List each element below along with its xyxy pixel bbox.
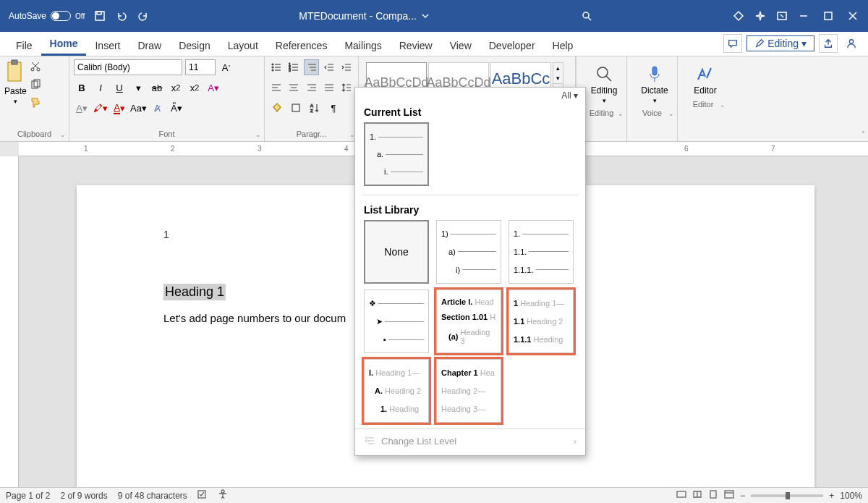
document-title[interactable]: MTEDocument - Compa... (154, 10, 576, 22)
bold-button[interactable]: B (74, 80, 90, 96)
show-marks-button[interactable]: ¶ (326, 100, 341, 116)
tab-view[interactable]: View (441, 35, 480, 56)
clear-formatting-button[interactable]: A̷ (150, 100, 166, 116)
redo-button[interactable] (132, 5, 154, 27)
strike-button[interactable]: ab (149, 80, 165, 96)
group-font: A˄ B I U ▾ ab x2 x2 A▾ A▾ 🖍▾ A▾ Aa▾ A̷ A… (69, 56, 265, 141)
justify-button[interactable] (322, 80, 336, 96)
account-button[interactable] (842, 34, 861, 53)
read-mode-button[interactable] (692, 489, 702, 502)
status-page[interactable]: Page 1 of 2 (6, 491, 50, 501)
font-name-select[interactable] (74, 59, 182, 75)
copy-button[interactable] (30, 79, 41, 93)
tab-home[interactable]: Home (41, 33, 87, 56)
focus-mode-button[interactable] (676, 489, 686, 502)
line-spacing-button[interactable] (339, 80, 354, 96)
comments-button[interactable] (723, 34, 742, 53)
list-tile-roman[interactable]: I.Heading 1— A.Heading 2 1.Heading (364, 359, 429, 423)
spellcheck-icon[interactable] (197, 489, 208, 502)
heading-text[interactable]: Heading 1 (163, 284, 226, 300)
current-list-tile[interactable]: 1. a. i. (364, 122, 429, 186)
maximize-button[interactable] (817, 5, 839, 27)
share-button[interactable] (819, 34, 838, 53)
list-tile-decimal[interactable]: 1. 1.1. 1.1.1. (509, 220, 574, 284)
paste-button[interactable] (5, 59, 25, 85)
align-left-button[interactable] (269, 80, 284, 96)
borders-button[interactable] (288, 100, 304, 116)
tab-references[interactable]: References (267, 35, 336, 56)
bullets-button[interactable] (269, 59, 284, 75)
zoom-slider[interactable] (751, 494, 823, 497)
decrease-indent-button[interactable] (322, 59, 336, 75)
grow-font-button[interactable]: A˄ (218, 59, 234, 75)
diamond-icon[interactable] (728, 5, 749, 27)
l2g: Heading 2 (385, 386, 421, 395)
font-size-select[interactable] (185, 59, 216, 75)
collapse-ribbon-button[interactable]: ˅ (861, 130, 865, 138)
align-right-button[interactable] (304, 80, 318, 96)
cut-button[interactable] (30, 61, 41, 75)
font-color-2-button[interactable]: A▾ (111, 100, 127, 116)
list-tile-paren[interactable]: 1) a) i) (436, 220, 501, 284)
superscript-button[interactable]: x2 (187, 80, 203, 96)
highlight-button[interactable]: 🖍▾ (93, 100, 109, 116)
tab-mailings[interactable]: Mailings (336, 35, 390, 56)
status-words[interactable]: 2 of 9 words (60, 491, 107, 501)
underline-button[interactable]: U (111, 80, 127, 96)
align-center-button[interactable] (286, 80, 301, 96)
tab-help[interactable]: Help (544, 35, 582, 56)
all-filter-button[interactable]: All ▾ (561, 90, 578, 101)
list-tile-chapter[interactable]: Chapter 1Hea Heading 2— Heading 3— (436, 359, 501, 423)
font-color-button[interactable]: A▾ (74, 100, 90, 116)
l3g: Heading (533, 335, 563, 344)
autosave-toggle[interactable]: AutoSave Off (4, 11, 89, 21)
close-button[interactable] (842, 5, 864, 27)
zoom-level[interactable]: 100% (840, 491, 862, 501)
list-tile-bullets[interactable]: ❖ ➤ ▪ (364, 289, 429, 353)
shading-button[interactable] (269, 100, 285, 116)
tab-layout[interactable]: Layout (219, 35, 267, 56)
chevron-down-icon[interactable]: ▾ (14, 98, 17, 105)
tab-design[interactable]: Design (170, 35, 219, 56)
format-painter-button[interactable] (30, 97, 41, 111)
tab-insert[interactable]: Insert (86, 35, 129, 56)
sort-button[interactable]: AZ (307, 100, 323, 116)
multilevel-list-button[interactable] (304, 59, 318, 75)
web-layout-button[interactable] (724, 489, 734, 502)
tab-review[interactable]: Review (391, 35, 441, 56)
svg-rect-6 (8, 62, 21, 81)
l2g: H (490, 313, 495, 321)
accessibility-icon[interactable] (218, 489, 228, 502)
minimize-button[interactable] (793, 5, 814, 27)
tab-developer[interactable]: Developer (480, 35, 544, 56)
styles-scroll-up[interactable]: ▴ (553, 63, 563, 73)
search-button[interactable] (576, 5, 597, 27)
list-none-tile[interactable]: None (364, 220, 429, 284)
find-button[interactable]: Editing ▾ (581, 59, 627, 109)
styles-scroll-down[interactable]: ▾ (553, 73, 563, 83)
subscript-button[interactable]: x2 (168, 80, 184, 96)
vertical-ruler[interactable] (0, 156, 19, 487)
tab-draw[interactable]: Draw (129, 35, 170, 56)
undo-button[interactable] (111, 5, 132, 27)
chevron-down-icon[interactable]: ▾ (130, 80, 146, 96)
phonetic-button[interactable]: A̎▾ (169, 100, 184, 116)
status-chars[interactable]: 9 of 48 characters (118, 491, 187, 501)
text-effects-button[interactable]: A▾ (205, 80, 221, 96)
print-layout-button[interactable] (708, 489, 718, 502)
zoom-in-button[interactable]: + (829, 491, 834, 501)
editing-mode-button[interactable]: Editing ▾ (746, 35, 814, 51)
zoom-out-button[interactable]: − (740, 491, 745, 501)
increase-indent-button[interactable] (339, 59, 354, 75)
editor-button[interactable]: Editor (682, 59, 728, 100)
tab-file[interactable]: File (7, 35, 41, 56)
ribbon-display-icon[interactable] (771, 5, 793, 27)
sparkle-icon[interactable] (749, 5, 771, 27)
save-button[interactable] (89, 5, 111, 27)
list-tile-article[interactable]: Article I.Head Section 1.01H (a)Heading … (436, 289, 501, 353)
list-tile-heading-num[interactable]: 1Heading 1— 1.1Heading 2 1.1.1Heading (509, 289, 574, 353)
change-case-button[interactable]: Aa▾ (130, 100, 147, 116)
numbering-button[interactable]: 123 (286, 59, 301, 75)
italic-button[interactable]: I (93, 80, 109, 96)
dictate-button[interactable]: Dictate ▾ (631, 59, 678, 109)
